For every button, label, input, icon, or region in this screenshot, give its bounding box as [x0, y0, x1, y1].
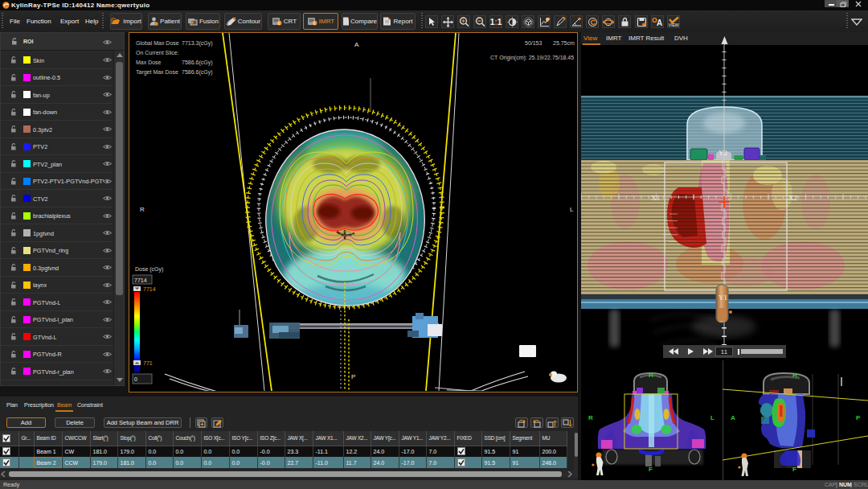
svg-text:H: H	[649, 372, 653, 379]
svg-text:25.75cm: 25.75cm	[553, 40, 575, 46]
svg-text:L: L	[710, 414, 714, 421]
svg-text:L: L	[570, 206, 574, 213]
svg-text:P: P	[546, 17, 549, 23]
svg-text:On Current Slice:: On Current Slice:	[136, 50, 179, 55]
svg-text:F: F	[792, 466, 796, 473]
svg-text:Y2: Y2	[719, 149, 727, 157]
svg-text:Global Max Dose: Global Max Dose	[136, 40, 179, 46]
svg-text:Target Max Dose: Target Max Dose	[136, 69, 178, 76]
svg-text:Max Dose: Max Dose	[136, 60, 162, 65]
svg-text:Dose (cGy): Dose (cGy)	[135, 266, 163, 273]
svg-text:R: R	[140, 206, 145, 213]
svg-text:A: A	[354, 41, 359, 48]
svg-text:R: R	[588, 414, 593, 421]
svg-text:7586.6(cGy): 7586.6(cGy)	[182, 69, 213, 76]
svg-text:A: A	[657, 18, 662, 27]
svg-text:P: P	[351, 373, 355, 380]
svg-text:VIEW: VIEW	[669, 23, 679, 27]
svg-text:7586.6(cGy): 7586.6(cGy)	[182, 60, 213, 66]
svg-text:H: H	[792, 372, 797, 379]
svg-text:P: P	[856, 414, 861, 421]
svg-text:7713.3(cGy): 7713.3(cGy)	[182, 40, 213, 47]
svg-text:F: F	[649, 466, 653, 473]
svg-text:7714: 7714	[143, 286, 156, 292]
svg-text:50/153: 50/153	[525, 40, 542, 46]
svg-text:CT Origin(cm): 25.19/22.75/18.: CT Origin(cm): 25.19/22.75/18.45	[490, 55, 574, 61]
svg-text:0: 0	[134, 376, 137, 382]
svg-text:7714: 7714	[134, 277, 147, 283]
svg-text:A: A	[731, 414, 735, 421]
svg-text:X2: X2	[788, 194, 797, 202]
svg-text:X1: X1	[651, 194, 660, 202]
svg-text:Y1: Y1	[719, 294, 727, 302]
svg-text:771: 771	[143, 360, 153, 366]
